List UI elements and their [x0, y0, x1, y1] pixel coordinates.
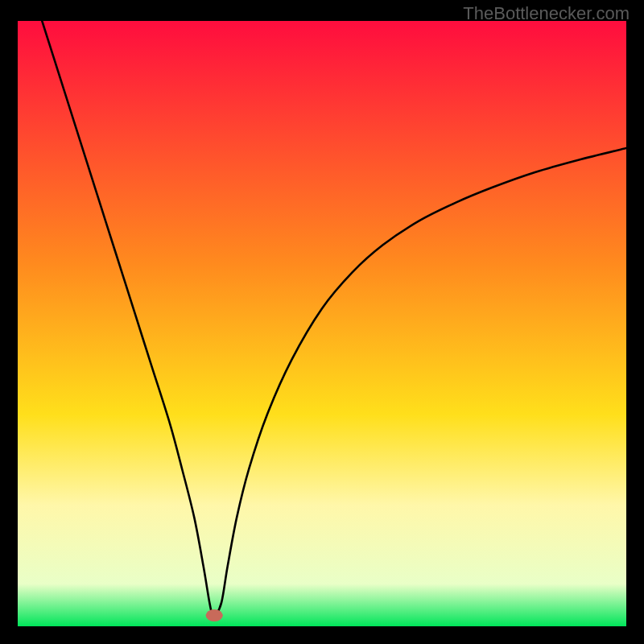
- chart-svg: [18, 21, 626, 626]
- chart-marker-dot: [206, 609, 223, 621]
- chart-background: [18, 21, 626, 626]
- watermark-text: TheBottlenecker.com: [463, 3, 630, 24]
- chart-plot-area: [18, 21, 626, 626]
